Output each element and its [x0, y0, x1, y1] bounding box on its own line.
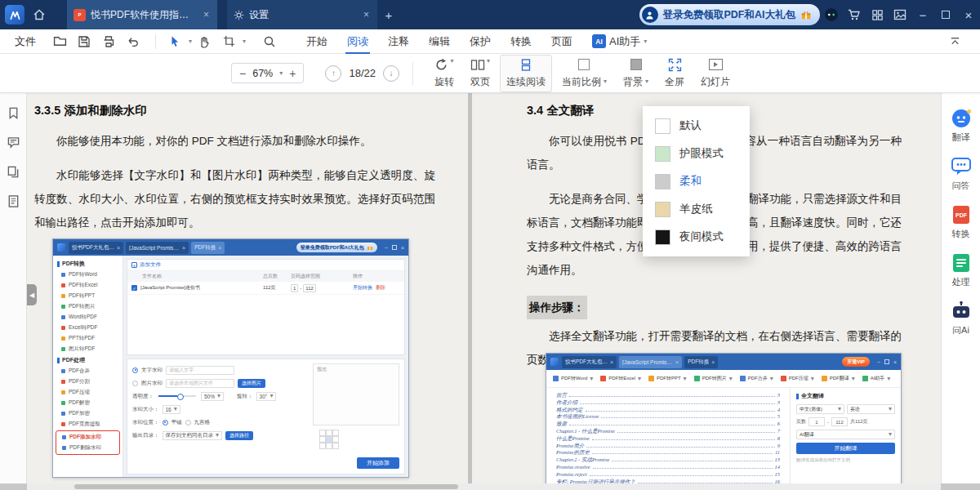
continuous-reading-button[interactable]: 连续阅读	[500, 55, 552, 92]
mini-sidebar: PDF转换 PDF转WordPDF转ExcelPDF转PPTPDF转图片Word…	[53, 256, 123, 478]
thumbnails-panel-icon[interactable]	[7, 165, 20, 179]
slideshow-icon	[709, 59, 723, 70]
ribbon-tab[interactable]: 注释	[388, 29, 409, 54]
chat-icon	[951, 156, 972, 177]
background-option[interactable]: 柔和	[643, 167, 750, 195]
avatar	[642, 7, 658, 23]
comments-panel-icon[interactable]	[7, 136, 20, 149]
tool-ask-ai[interactable]: 问Ai	[951, 301, 972, 336]
crop-tool-button[interactable]	[218, 30, 239, 53]
background-option[interactable]: 默认	[643, 112, 750, 140]
ribbon-tab[interactable]: 阅读	[347, 29, 368, 54]
file-menu[interactable]: 文件	[15, 34, 36, 49]
horizontal-scrollbar-thumb[interactable]	[74, 484, 458, 489]
app-logo-icon	[5, 5, 24, 24]
tool-translate[interactable]: 翻译	[951, 108, 972, 144]
embedded-screenshot-watermark: 悦书PDF大礼包…× [JavaScript Promise…]× PDF转换×…	[52, 238, 409, 478]
caret-down-icon[interactable]: ▾	[243, 38, 246, 45]
new-tab-button[interactable]: +	[377, 0, 400, 29]
mini-toolbar-item: PDF压缩▾	[781, 375, 814, 382]
rotate-button[interactable]: ▾ 旋转	[428, 55, 461, 92]
caret-down-icon[interactable]: ▾	[189, 38, 192, 45]
ribbon-tab[interactable]: 保护	[470, 29, 491, 54]
ribbon-tab[interactable]: 转换	[510, 29, 532, 54]
mini-tabs: 悦书PDF大礼包…× [JavaScript Promise…]× PDF转换×	[69, 242, 225, 254]
minimize-button[interactable]: −	[911, 0, 934, 29]
zoom-value[interactable]: 67%	[252, 68, 273, 79]
collapse-panel-handle[interactable]: ◀	[27, 284, 37, 305]
double-page-button[interactable]: ▾ 双页	[464, 55, 497, 92]
document-tab[interactable]: P 悦书PDF软件使用指南…. ×	[67, 0, 217, 29]
settings-tab[interactable]: 设置 ×	[227, 0, 377, 29]
mini-sidebar-item: PDF解密	[53, 398, 122, 408]
close-button[interactable]: ×	[957, 0, 980, 29]
mini-main-area: +添加文件 文件名称 总页数 页码选择范围 操作 ✓ [JavaScript P…	[123, 256, 408, 478]
background-option[interactable]: 夜间模式	[643, 223, 750, 251]
ribbon-tab[interactable]: 开始	[306, 29, 327, 54]
fullscreen-icon	[668, 58, 682, 72]
image-panel-icon[interactable]	[889, 0, 911, 29]
background-option-label: 护眼模式	[679, 146, 724, 161]
color-swatch	[655, 146, 670, 162]
background-option[interactable]: 羊皮纸	[643, 195, 750, 223]
background-option[interactable]: 护眼模式	[643, 140, 750, 167]
tab-close-icon[interactable]: ×	[362, 9, 371, 20]
hand-tool-button[interactable]	[194, 30, 215, 53]
tab-ai-assistant[interactable]: AI AI助手 ▾	[592, 34, 647, 49]
open-folder-button[interactable]	[49, 30, 70, 53]
mini-window-controls: −×	[877, 359, 897, 365]
mini-tab: PDF转换×	[684, 356, 718, 368]
select-tool-button[interactable]	[164, 30, 185, 53]
tool-process[interactable]: 处理	[951, 252, 972, 288]
print-button[interactable]	[98, 30, 119, 53]
mini-app-logo-icon	[57, 243, 65, 252]
zoom-out-button[interactable]: −	[239, 67, 246, 80]
mini-document-toc: 前言3 作者介绍3 格式的约定4 本书使用的License5	[546, 388, 790, 483]
background-button[interactable]: 背景▾	[617, 55, 655, 92]
cart-icon[interactable]	[843, 0, 866, 29]
page-navigation: ↑ 18/22 ↓	[325, 65, 399, 82]
home-button[interactable]	[28, 0, 51, 29]
toc-entry: 什么是Promise8	[556, 435, 780, 443]
tab-close-icon[interactable]: ×	[202, 9, 211, 20]
current-ratio-button[interactable]: 当前比例▾	[555, 55, 613, 92]
mini-tab-close-icon: ×	[182, 245, 185, 251]
mini-sidebar-item: PDF压缩	[53, 387, 122, 398]
collapse-toolbar-icon[interactable]	[944, 30, 965, 53]
apps-grid-icon[interactable]	[866, 0, 889, 29]
login-label: 登录免费领取PDF和AI大礼包	[663, 8, 796, 22]
fullscreen-button[interactable]: 全屏	[658, 55, 691, 92]
next-page-button[interactable]: ↓	[383, 65, 399, 82]
caret-down-icon[interactable]: ▾	[279, 70, 283, 77]
mini-tab-close-icon: ×	[711, 359, 715, 365]
ribbon-tabs: 开始 阅读 注释 编辑 保护 转换 页面	[306, 29, 572, 54]
highlight-annotation-box: PDF添加水印PDF删除水印	[56, 430, 120, 455]
view-toolbar: − 67% ▾ + ↑ 18/22 ↓ ▾ 旋转 ▾ 双页 连续阅读 当前比例▾…	[0, 54, 980, 93]
toc-entry: 前言3	[556, 392, 780, 399]
horizontal-scrollbar[interactable]	[27, 483, 941, 490]
maximize-button[interactable]	[934, 0, 957, 29]
search-button[interactable]	[259, 30, 280, 53]
page-indicator[interactable]: 18/22	[349, 67, 376, 79]
toc-entry: Chapter.2 - 实战Promise13	[556, 457, 780, 464]
tool-qa[interactable]: 问答	[951, 156, 972, 192]
save-button[interactable]	[74, 30, 95, 53]
divider	[412, 62, 413, 85]
background-swatch-icon	[630, 59, 642, 70]
assistant-icon[interactable]	[820, 0, 843, 29]
color-swatch	[655, 174, 670, 189]
previous-page-button[interactable]: ↑	[325, 65, 341, 82]
bookmarks-panel-icon[interactable]	[7, 106, 20, 120]
right-tools-rail: 翻译 问答 PDF 转换 处理 问Ai	[941, 93, 980, 483]
zoom-in-button[interactable]: +	[289, 67, 296, 80]
toc-entry: 格式的约定4	[556, 407, 780, 414]
notes-panel-icon[interactable]	[7, 194, 20, 208]
ribbon-tab[interactable]: 页面	[551, 29, 572, 54]
mini-opacity-slider	[158, 395, 196, 397]
tool-convert[interactable]: PDF 转换	[951, 204, 972, 240]
undo-button[interactable]	[122, 30, 144, 53]
ribbon-tab[interactable]: 编辑	[429, 29, 450, 54]
login-button[interactable]: 登录免费领取PDF和AI大礼包	[639, 4, 821, 25]
slideshow-button[interactable]: 幻灯片	[694, 55, 737, 92]
caret-down-icon: ▾	[604, 78, 607, 85]
